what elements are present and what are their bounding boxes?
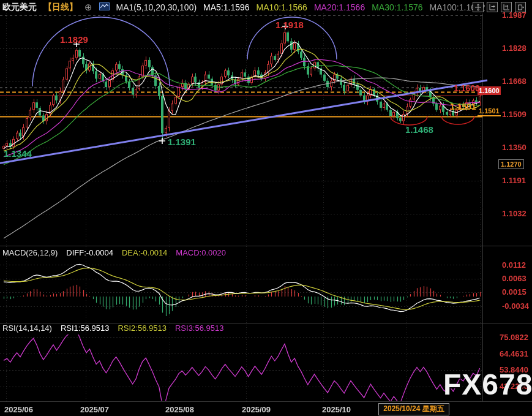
chart-annotation: 1.1468 xyxy=(405,124,433,135)
period-label: 【日线】 xyxy=(43,2,78,13)
mini-chart-icon[interactable] xyxy=(99,2,110,12)
macd-axis-label: 0.0015 xyxy=(502,287,526,297)
price-alert-badge[interactable]: 1.1501 xyxy=(478,107,501,116)
price-axis-label: 1.1032 xyxy=(502,209,526,218)
price-axis-label: 1.1191 xyxy=(502,176,526,185)
chart-annotation: 1.1391 xyxy=(168,137,196,147)
time-axis-month-label: 2025/10 xyxy=(322,405,351,414)
chart-annotation: 1.1829 xyxy=(60,34,88,45)
rsi3-value: RSI3:56.9513 xyxy=(175,323,224,333)
macd-bar-value: MACD:0.0020 xyxy=(176,248,226,257)
macd-axis-label: 0.0063 xyxy=(502,274,526,283)
selected-date-label: 2025/10/24 星期五 xyxy=(378,403,449,415)
symbol-label: 欧元美元 xyxy=(2,2,37,13)
macd-dea-value: DEA:-0.0014 xyxy=(122,248,167,257)
macd-title: MACD(26,12,9) xyxy=(2,248,58,257)
rsi-header: RSI(14,14,14)RSI1:56.9513RSI2:56.9513RSI… xyxy=(2,323,223,333)
chart-header: 欧元美元【日线】⊕MA1(5,10,20,30,100)MA5:1.1596MA… xyxy=(2,2,485,13)
chart-annotation: 1.1918 xyxy=(275,20,304,30)
time-axis-month-label: 2025/06 xyxy=(4,405,33,414)
price-alert-badge[interactable]: 1.1600 xyxy=(478,86,501,95)
rsi-title: RSI(14,14,14) xyxy=(2,323,52,333)
rsi-axis-label: 64.4631 xyxy=(500,349,528,358)
ma5-value: MA5:1.1596 xyxy=(203,2,250,12)
price-axis-label: 1.1350 xyxy=(502,143,526,152)
watermark: FX678 xyxy=(443,368,532,401)
time-axis-month-label: 2025/09 xyxy=(242,405,271,414)
ma20-value: MA20:1.1566 xyxy=(314,2,365,12)
chart-annotation: 1.1344 xyxy=(4,148,32,159)
rsi2-value: RSI2:56.9513 xyxy=(118,323,167,333)
macd-axis-label: 0.0112 xyxy=(502,260,526,270)
chart-annotation: 1.1600 xyxy=(454,83,480,93)
rsi-axis-label: 75.0822 xyxy=(500,333,528,342)
add-indicator-icon[interactable]: ⊕ xyxy=(84,2,92,13)
ma-settings-label: MA1(5,10,20,30,100) xyxy=(116,2,197,12)
move-crosshair-icon[interactable] xyxy=(473,2,484,12)
chart-canvas[interactable] xyxy=(0,0,532,416)
time-axis-month-label: 2025/08 xyxy=(165,405,194,414)
chart-app: 欧元美元【日线】⊕MA1(5,10,20,30,100)MA5:1.1596MA… xyxy=(0,0,532,416)
price-axis-label: 1.1668 xyxy=(502,77,526,86)
axis-zoom-icon[interactable] xyxy=(487,2,498,12)
price-axis-label: 1.1828 xyxy=(502,43,526,53)
time-axis-month-label: 2025/07 xyxy=(80,405,109,414)
ma30-value: MA30:1.1576 xyxy=(372,2,422,12)
rsi1-value: RSI1:56.9513 xyxy=(61,323,110,333)
ma10-value: MA10:1.1566 xyxy=(257,2,307,12)
macd-header: MACD(26,12,9)DIFF:-0.0004DEA:-0.0014MACD… xyxy=(2,248,226,257)
macd-axis-label: -0.0034 xyxy=(502,301,529,311)
chart-annotation: 1.1501 xyxy=(450,102,476,112)
price-axis-label: 1.1509 xyxy=(502,110,526,119)
macd-diff-value: DIFF:-0.0004 xyxy=(66,248,113,257)
price-alert-badge[interactable]: 1.1270 xyxy=(498,159,524,169)
price-axis-label: 1.1987 xyxy=(502,10,526,20)
